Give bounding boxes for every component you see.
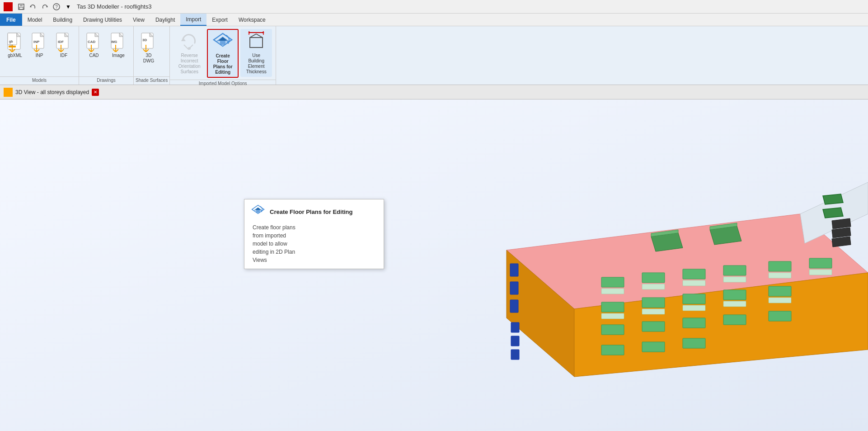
svg-marker-48	[255, 208, 261, 210]
reverse-icon	[179, 31, 199, 53]
ribbon-btn-inp[interactable]: INP INP	[28, 29, 51, 61]
menu-view[interactable]: View	[127, 14, 150, 26]
menu-model[interactable]: Model	[22, 14, 48, 26]
view-bar: 3D View - all storeys displayed ✕	[0, 85, 868, 99]
image-label: Image	[112, 53, 125, 58]
svg-rect-83	[723, 315, 746, 325]
svg-rect-60	[642, 273, 665, 283]
idf-label: IDF	[60, 53, 67, 58]
reverse-label: Reverse Incorrect Orientation Surfaces	[177, 53, 202, 75]
svg-rect-62	[683, 269, 705, 279]
title-bar-controls: ? ▼	[16, 2, 73, 12]
svg-rect-1	[20, 4, 23, 6]
svg-rect-81	[642, 322, 665, 332]
svg-text:INP: INP	[33, 40, 40, 44]
menu-building[interactable]: Building	[47, 14, 78, 26]
models-group-label: Models	[0, 76, 79, 85]
svg-rect-54	[510, 300, 518, 313]
svg-rect-82	[683, 318, 705, 328]
ribbon-btn-3ddwg[interactable]: 3D 3D DWG	[137, 29, 160, 66]
svg-rect-78	[769, 286, 791, 296]
svg-rect-69	[809, 270, 832, 275]
svg-rect-57	[511, 350, 519, 360]
svg-rect-74	[683, 294, 705, 304]
svg-line-36	[250, 34, 256, 38]
ribbon-btn-use-building[interactable]: Use Building Element Thickness	[240, 29, 272, 77]
ribbon-btn-create-floor-plans[interactable]: Create Floor Plans for Editing	[207, 29, 239, 78]
svg-rect-65	[723, 277, 746, 282]
svg-marker-94	[823, 208, 843, 218]
gbxml-icon: gb XML	[7, 31, 23, 53]
svg-rect-35	[250, 38, 263, 47]
tooltip-title: Create Floor Plans for Editing	[270, 208, 352, 215]
svg-rect-79	[769, 298, 791, 303]
building-3d-view	[461, 160, 868, 431]
ribbon-btn-gbxml[interactable]: gb XML gbXML	[4, 29, 26, 61]
menu-workspace[interactable]: Workspace	[233, 14, 271, 26]
svg-rect-47	[256, 210, 260, 213]
ribbon-group-shade-content: 3D 3D DWG	[134, 28, 169, 76]
svg-text:3D: 3D	[142, 38, 147, 42]
ribbon: gb XML gbXML INP	[0, 26, 868, 85]
view-title: 3D View - all storeys displayed	[15, 89, 89, 95]
svg-rect-75	[683, 305, 705, 311]
ribbon-group-imported: Reverse Incorrect Orientation Surfaces	[170, 26, 276, 85]
svg-text:IDF: IDF	[58, 40, 64, 44]
inp-icon: INP	[31, 31, 47, 53]
ribbon-btn-reverse: Reverse Incorrect Orientation Surfaces	[174, 29, 205, 77]
create-floor-plans-label: Create Floor Plans for Editing	[211, 53, 235, 75]
svg-rect-85	[601, 345, 624, 355]
svg-rect-33	[220, 41, 225, 45]
svg-point-29	[188, 47, 191, 50]
ribbon-group-imported-content: Reverse Incorrect Orientation Surfaces	[170, 28, 276, 79]
main-canvas: Create Floor Plans for Editing Create fl…	[0, 99, 868, 431]
app-icon	[4, 2, 13, 11]
svg-marker-93	[823, 194, 843, 204]
svg-text:CAD: CAD	[88, 40, 96, 44]
idf-icon: IDF	[56, 31, 72, 53]
menu-export[interactable]: Export	[206, 14, 233, 26]
svg-marker-43	[5, 90, 11, 95]
ribbon-group-shade: 3D 3D DWG Shade Surfaces	[134, 26, 170, 85]
menu-daylight[interactable]: Daylight	[150, 14, 180, 26]
redo-button[interactable]	[40, 2, 50, 12]
svg-text:XML: XML	[9, 44, 14, 47]
dropdown-button[interactable]: ▼	[63, 2, 73, 12]
use-building-label: Use Building Element Thickness	[244, 53, 269, 75]
drawings-group-label: Drawings	[79, 76, 133, 85]
svg-rect-77	[723, 301, 746, 307]
use-building-icon	[245, 31, 267, 53]
svg-rect-53	[510, 282, 518, 294]
3ddwg-label: 3D DWG	[143, 53, 154, 64]
svg-rect-86	[642, 342, 665, 352]
shade-group-label: Shade Surfaces	[134, 76, 169, 85]
ribbon-btn-cad[interactable]: CAD CAD	[83, 29, 105, 61]
menu-import[interactable]: Import	[180, 14, 206, 26]
ribbon-btn-idf[interactable]: IDF IDF	[52, 29, 75, 61]
menu-bar: File Model Building Drawing Utilities Vi…	[0, 14, 868, 26]
svg-rect-52	[510, 264, 518, 276]
svg-rect-67	[769, 273, 791, 278]
svg-marker-34	[218, 37, 227, 41]
view-close-button[interactable]: ✕	[92, 89, 99, 96]
svg-rect-8	[8, 33, 17, 45]
ribbon-btn-image[interactable]: IMG Image	[107, 29, 130, 61]
help-button[interactable]: ?	[52, 2, 61, 12]
svg-line-37	[256, 34, 263, 38]
cad-icon: CAD	[86, 31, 102, 53]
undo-button[interactable]	[28, 2, 38, 12]
save-button[interactable]	[16, 2, 26, 12]
svg-marker-98	[832, 237, 851, 247]
3ddwg-icon: 3D	[141, 31, 157, 53]
imported-group-label: Imported Model Options	[170, 80, 276, 88]
image-icon: IMG	[110, 31, 127, 53]
svg-rect-66	[769, 261, 791, 271]
tooltip-header: Create Floor Plans for Editing	[251, 204, 377, 220]
ribbon-group-drawings-content: CAD CAD IMG I	[79, 28, 133, 76]
svg-rect-56	[511, 336, 519, 346]
menu-drawing-utilities[interactable]: Drawing Utilities	[78, 14, 127, 26]
svg-rect-64	[723, 265, 746, 275]
svg-rect-68	[809, 258, 832, 268]
svg-rect-61	[642, 284, 665, 289]
menu-file[interactable]: File	[0, 14, 22, 26]
